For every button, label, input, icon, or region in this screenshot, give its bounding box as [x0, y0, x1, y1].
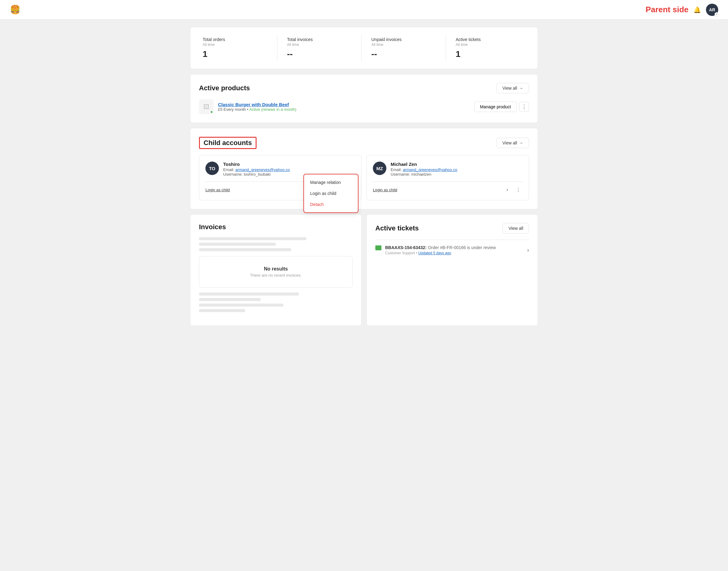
child-email-link-toshiro[interactable]: armand_greeneyes@yahoo.co: [235, 167, 290, 172]
stat-sublabel-total-orders: All time: [203, 42, 272, 47]
stat-sublabel-active-tickets: All time: [456, 42, 526, 47]
dropdown-login-as-child[interactable]: Login as child: [304, 188, 358, 199]
ticket-id: BBAAXS-154-63432:: [385, 245, 426, 250]
avatar[interactable]: AR ✓: [706, 4, 718, 16]
product-more-options-button[interactable]: ⋮: [519, 102, 529, 112]
child-name-michaelzen: Michael Zen: [391, 161, 523, 167]
no-results-title: No results: [209, 266, 342, 272]
skeleton-group-1: [199, 237, 353, 251]
child-accounts-grid: TO Toshiro Email: armand_greeneyes@yahoo…: [199, 155, 529, 201]
product-left: 🖼 Classic Burger with Double Beef £5 Eve…: [199, 99, 296, 114]
child-card-toshiro: TO Toshiro Email: armand_greeneyes@yahoo…: [199, 155, 361, 201]
ticket-row[interactable]: BBAAXS-154-63432: Order #B-FR-00166 is u…: [375, 240, 529, 260]
arrow-right-icon: →: [519, 140, 523, 145]
login-as-child-button-toshiro[interactable]: Login as child: [205, 188, 230, 192]
active-tickets-view-all[interactable]: View all: [503, 223, 529, 233]
child-accounts-header: Child accounts View all →: [199, 137, 529, 149]
active-tickets-section: Active tickets View all BBAAXS-154-63432…: [367, 214, 538, 326]
stat-value-unpaid-invoices: --: [371, 49, 441, 59]
stat-unpaid-invoices: Unpaid invoices All time --: [367, 34, 446, 62]
stat-value-total-orders: 1: [203, 49, 272, 59]
child-card-footer-mz: Login as child › ⋮: [373, 182, 523, 194]
product-row: 🖼 Classic Burger with Double Beef £5 Eve…: [199, 99, 529, 114]
child-card-actions-mz: › ⋮: [503, 186, 523, 194]
skeleton-line: [199, 298, 261, 301]
skeleton-line: [199, 248, 291, 251]
ticket-title: BBAAXS-154-63432: Order #B-FR-00166 is u…: [385, 245, 496, 250]
ticket-flag-icon: [375, 245, 382, 250]
child-dropdown-menu: Manage relation Login as child Detach: [303, 174, 358, 213]
invoices-title: Invoices: [199, 223, 226, 231]
skeleton-line: [199, 293, 299, 296]
product-info: Classic Burger with Double Beef £5 Every…: [218, 102, 296, 112]
manage-product-button[interactable]: Manage product: [474, 102, 517, 112]
arrow-right-icon: →: [519, 86, 523, 91]
dropdown-manage-relation[interactable]: Manage relation: [304, 177, 358, 188]
child-email-michaelzen: Email: armand_greeneyes@yahoo.co: [391, 167, 523, 172]
skeleton-line: [199, 309, 245, 312]
product-meta: £5 Every month • Active (renews in a mon…: [218, 107, 296, 112]
stat-label-active-tickets: Active tickets: [456, 37, 526, 42]
stat-label-total-invoices: Total invoices: [287, 37, 357, 42]
ticket-desc: Order #B-FR-00166 is under review: [428, 245, 496, 250]
skeleton-line: [199, 243, 276, 246]
child-accounts-title: Child accounts: [199, 137, 256, 149]
bottom-row: Invoices No results There are no recent …: [190, 214, 538, 326]
child-card-top-mz: MZ Michael Zen Email: armand_greeneyes@y…: [373, 161, 523, 177]
stat-sublabel-total-invoices: All time: [287, 42, 357, 47]
stat-value-active-tickets: 1: [456, 49, 526, 59]
active-products-title: Active products: [199, 84, 250, 92]
bell-icon[interactable]: 🔔: [694, 6, 701, 13]
stat-sublabel-unpaid-invoices: All time: [371, 42, 441, 47]
child-expand-button-mz[interactable]: ›: [503, 186, 512, 194]
product-name[interactable]: Classic Burger with Double Beef: [218, 102, 296, 107]
child-name-toshiro: Toshiro: [223, 161, 355, 167]
page-title: Parent side: [646, 5, 689, 14]
stat-active-tickets: Active tickets All time 1: [451, 34, 531, 62]
product-thumbnail: 🖼: [199, 99, 214, 114]
skeleton-line: [199, 237, 306, 240]
product-right: Manage product ⋮: [474, 102, 529, 112]
child-info-michaelzen: Michael Zen Email: armand_greeneyes@yaho…: [391, 161, 523, 177]
main-content: Total orders All time 1 Total invoices A…: [180, 20, 548, 333]
stat-total-orders: Total orders All time 1: [198, 34, 277, 62]
child-accounts-view-all[interactable]: View all →: [497, 138, 529, 148]
login-as-child-button-mz[interactable]: Login as child: [373, 188, 397, 192]
stats-row: Total orders All time 1 Total invoices A…: [190, 27, 538, 69]
logo: 🍔: [10, 5, 20, 15]
avatar-badge: ✓: [715, 12, 719, 16]
stat-total-invoices: Total invoices All time --: [282, 34, 362, 62]
ticket-meta: Customer Support • Updated 5 days ago: [385, 251, 496, 255]
skeleton-group-2: [199, 293, 353, 312]
ticket-info: BBAAXS-154-63432: Order #B-FR-00166 is u…: [385, 245, 496, 255]
header: 🍔 Parent side 🔔 AR ✓: [0, 0, 728, 20]
stat-label-total-orders: Total orders: [203, 37, 272, 42]
active-products-section: Active products View all → 🖼 Classic Bur…: [190, 74, 538, 123]
child-accounts-section: Child accounts View all → TO Toshiro Ema…: [190, 128, 538, 209]
chevron-right-icon: ›: [527, 247, 529, 253]
child-email-link-mz[interactable]: armand_greeneyes@yahoo.co: [403, 167, 457, 172]
no-results-box: No results There are no recent invoices.: [199, 256, 353, 288]
dropdown-detach[interactable]: Detach: [304, 199, 358, 210]
no-results-subtitle: There are no recent invoices.: [209, 273, 342, 277]
product-status-dot: [210, 110, 213, 114]
header-right: Parent side 🔔 AR ✓: [646, 4, 718, 16]
child-more-options-button-mz[interactable]: ⋮: [514, 186, 523, 194]
stat-value-total-invoices: --: [287, 49, 357, 59]
active-tickets-header: Active tickets View all: [375, 223, 529, 233]
invoices-header: Invoices: [199, 223, 353, 231]
child-card-michaelzen: MZ Michael Zen Email: armand_greeneyes@y…: [367, 155, 529, 201]
active-products-header: Active products View all →: [199, 83, 529, 93]
skeleton-line: [199, 304, 284, 307]
ticket-left: BBAAXS-154-63432: Order #B-FR-00166 is u…: [375, 245, 496, 255]
invoices-section: Invoices No results There are no recent …: [190, 214, 361, 326]
active-tickets-title: Active tickets: [375, 224, 419, 232]
stat-label-unpaid-invoices: Unpaid invoices: [371, 37, 441, 42]
image-icon: 🖼: [203, 103, 209, 110]
child-avatar-toshiro: TO: [205, 161, 219, 175]
active-products-view-all[interactable]: View all →: [497, 83, 529, 93]
ticket-updated-link[interactable]: Updated 5 days ago: [418, 251, 451, 255]
child-email-toshiro: Email: armand_greeneyes@yahoo.co: [223, 167, 355, 172]
child-username-michaelzen: Username: michaelzen: [391, 172, 523, 177]
child-avatar-michaelzen: MZ: [373, 161, 386, 175]
